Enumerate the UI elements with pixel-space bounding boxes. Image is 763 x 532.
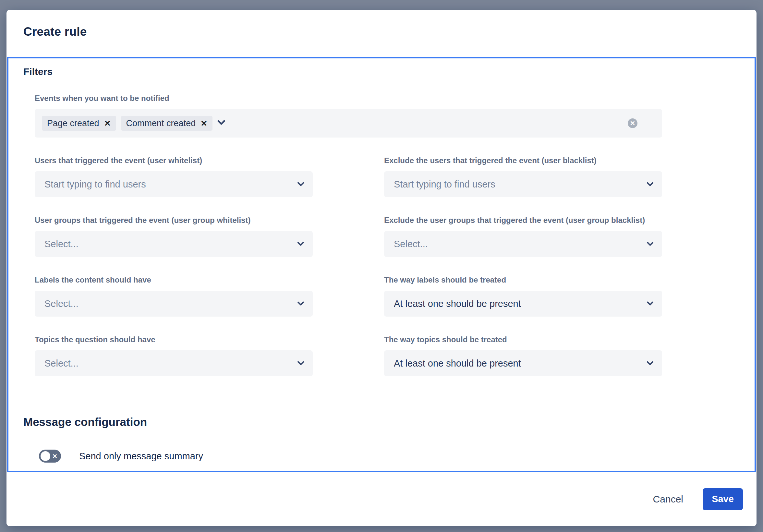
remove-tag-icon[interactable]: ✕ — [200, 119, 207, 128]
select-placeholder: Start typing to find users — [45, 179, 146, 190]
clear-all-icon[interactable]: ✕ — [628, 118, 637, 128]
select-placeholder: Select... — [45, 298, 78, 309]
topics-select[interactable]: Select... — [35, 350, 313, 376]
events-field-group: Events when you want to be notified Page… — [35, 93, 662, 138]
chevron-down-icon — [647, 361, 654, 366]
select-placeholder: Select... — [394, 239, 428, 250]
group-blacklist-group: Exclude the user groups that triggered t… — [384, 215, 662, 257]
user-blacklist-label: Exclude the users that triggered the eve… — [384, 155, 662, 166]
select-placeholder: Start typing to find users — [394, 179, 495, 190]
toggle-off-icon: ✕ — [52, 453, 57, 459]
user-blacklist-select[interactable]: Start typing to find users — [384, 171, 662, 197]
select-value: At least one should be present — [394, 298, 521, 309]
event-tag-label: Comment created — [126, 118, 196, 129]
summary-toggle[interactable]: ✕ — [39, 450, 61, 463]
labels-treatment-select[interactable]: At least one should be present — [384, 291, 662, 317]
event-tag[interactable]: Comment created ✕ — [121, 116, 213, 131]
events-multiselect[interactable]: Page created ✕ Comment created ✕ ✕ — [35, 109, 662, 138]
save-button[interactable]: Save — [703, 488, 743, 510]
group-whitelist-select[interactable]: Select... — [35, 231, 313, 257]
chevron-down-icon — [297, 301, 304, 306]
chevron-down-icon — [297, 182, 304, 187]
topics-treatment-select[interactable]: At least one should be present — [384, 350, 662, 376]
event-tag-label: Page created — [47, 118, 99, 129]
dialog-header: Create rule — [7, 10, 756, 57]
chevron-down-icon — [647, 301, 654, 306]
cancel-button[interactable]: Cancel — [648, 490, 688, 508]
event-tag[interactable]: Page created ✕ — [42, 116, 116, 131]
summary-toggle-label: Send only message summary — [79, 451, 203, 462]
chevron-down-icon — [297, 361, 304, 366]
topics-group: Topics the question should have Select..… — [35, 334, 313, 376]
chevron-down-icon — [647, 182, 654, 187]
dialog-title: Create rule — [23, 25, 740, 39]
labels-label: Labels the content should have — [35, 274, 313, 285]
create-rule-dialog: Create rule Filters Events when you want… — [7, 10, 756, 526]
select-value: At least one should be present — [394, 358, 521, 369]
toggle-knob — [41, 451, 50, 461]
group-blacklist-select[interactable]: Select... — [384, 231, 662, 257]
user-whitelist-label: Users that triggered the event (user whi… — [35, 155, 313, 166]
dialog-footer: Cancel Save — [7, 472, 756, 526]
chevron-down-icon — [217, 120, 225, 127]
topics-label: Topics the question should have — [35, 334, 313, 345]
user-whitelist-group: Users that triggered the event (user whi… — [35, 155, 313, 197]
chevron-down-icon — [647, 242, 654, 247]
select-placeholder: Select... — [45, 358, 78, 369]
chevron-down-icon — [297, 242, 304, 247]
filters-section-heading: Filters — [23, 65, 755, 78]
message-configuration-heading: Message configuration — [23, 415, 755, 429]
labels-treatment-label: The way labels should be treated — [384, 274, 662, 285]
remove-tag-icon[interactable]: ✕ — [104, 119, 111, 128]
user-whitelist-select[interactable]: Start typing to find users — [35, 171, 313, 197]
labels-group: Labels the content should have Select... — [35, 274, 313, 317]
select-placeholder: Select... — [45, 239, 78, 250]
events-field-label: Events when you want to be notified — [35, 93, 662, 104]
summary-toggle-row: ✕ Send only message summary — [39, 450, 755, 463]
dialog-body: Filters Events when you want to be notif… — [7, 57, 756, 472]
group-whitelist-label: User groups that triggered the event (us… — [35, 215, 313, 226]
labels-treatment-group: The way labels should be treated At leas… — [384, 274, 662, 317]
labels-select[interactable]: Select... — [35, 291, 313, 317]
user-blacklist-group: Exclude the users that triggered the eve… — [384, 155, 662, 197]
group-whitelist-group: User groups that triggered the event (us… — [35, 215, 313, 257]
topics-treatment-group: The way topics should be treated At leas… — [384, 334, 662, 376]
group-blacklist-label: Exclude the user groups that triggered t… — [384, 215, 662, 226]
topics-treatment-label: The way topics should be treated — [384, 334, 662, 345]
